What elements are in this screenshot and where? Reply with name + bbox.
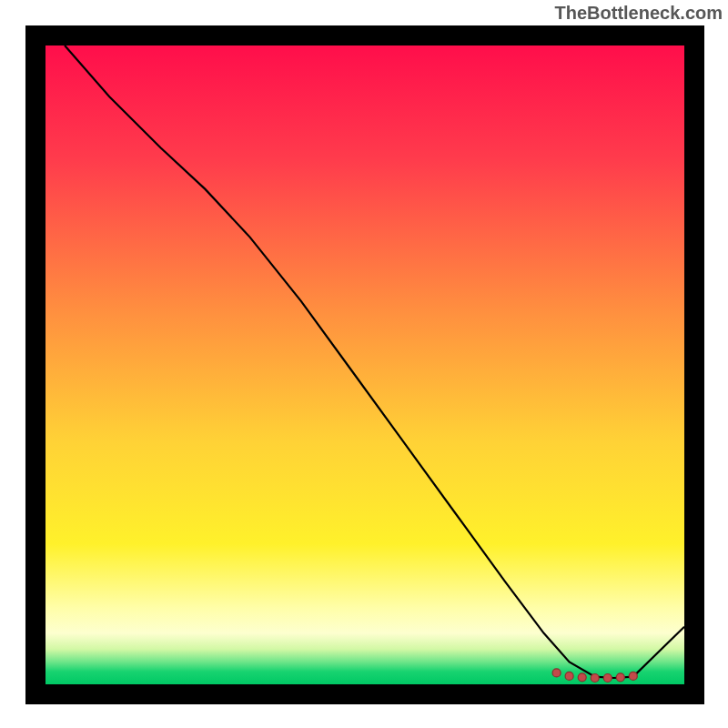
highlight-dot (578, 673, 586, 682)
plot-frame (25, 25, 704, 704)
bottleneck-curve (65, 46, 684, 678)
highlight-dot (565, 672, 573, 680)
plot-overlay (46, 46, 684, 684)
highlight-dot (603, 674, 612, 682)
bottleneck-chart: TheBottleneck.com (0, 0, 728, 728)
highlight-dot (616, 673, 624, 682)
highlight-dot (591, 674, 599, 682)
highlight-dot (552, 669, 561, 677)
highlight-dot (629, 672, 637, 680)
highlight-dots (552, 669, 637, 682)
watermark-label: TheBottleneck.com (555, 3, 723, 24)
